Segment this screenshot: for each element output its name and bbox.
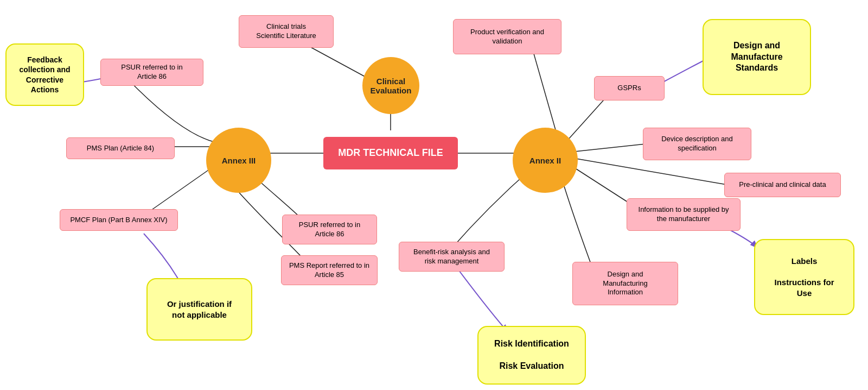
- labels-box: Labels Instructions for Use: [754, 239, 854, 315]
- annex3-label: Annex III: [222, 156, 256, 165]
- svg-line-3: [304, 43, 369, 79]
- pms-report-box: PMS Report referred to in Article 85: [281, 255, 378, 285]
- mdr-technical-file: MDR TECHNICAL FILE: [323, 137, 458, 169]
- device-desc-label: Device description and specification: [661, 135, 733, 153]
- pms-plan-box: PMS Plan (Article 84): [66, 137, 175, 159]
- gsprs-label: GSPRs: [617, 84, 641, 93]
- risk-id-label: Risk Identification Risk Evaluation: [494, 338, 569, 372]
- mdr-title-label: MDR TECHNICAL FILE: [338, 147, 443, 159]
- product-verif-box: Product verification and validation: [453, 19, 561, 54]
- psur-annex3-box: PSUR referred to in Article 86: [282, 215, 377, 244]
- design-mfg-info-box: Design and Manufacturing Information: [572, 262, 678, 305]
- design-manufacture-std-box: Design and Manufacture Standards: [703, 19, 811, 95]
- device-desc-box: Device description and specification: [643, 128, 751, 160]
- psur-annex3-label: PSUR referred to in Article 86: [299, 221, 360, 239]
- preclinical-label: Pre-clinical and clinical data: [739, 180, 826, 190]
- svg-line-9: [570, 158, 727, 185]
- gsprs-box: GSPRs: [594, 76, 665, 100]
- or-justification-label: Or justification if not applicable: [167, 299, 232, 320]
- risk-id-box: Risk Identification Risk Evaluation: [477, 326, 586, 385]
- info-manufacturer-box: Information to be supplied by the manufa…: [627, 198, 741, 231]
- annex-3-circle: Annex III: [206, 128, 271, 193]
- svg-line-6: [532, 46, 559, 141]
- clinical-eval-label: Clinical Evaluation: [362, 77, 419, 95]
- benefit-risk-box: Benefit-risk analysis and risk managemen…: [399, 242, 505, 272]
- info-manufacturer-label: Information to be supplied by the manufa…: [639, 205, 729, 224]
- preclinical-box: Pre-clinical and clinical data: [724, 173, 841, 197]
- clinical-evaluation-circle: Clinical Evaluation: [362, 57, 419, 114]
- design-manufacture-std-label: Design and Manufacture Standards: [731, 40, 782, 74]
- psur-top-left-label: PSUR referred to in Article 86: [121, 63, 182, 81]
- pmcf-plan-label: PMCF Plan (Part B Annex XIV): [70, 216, 167, 225]
- benefit-risk-label: Benefit-risk analysis and risk managemen…: [413, 248, 490, 266]
- psur-top-left-box: PSUR referred to in Article 86: [100, 59, 203, 86]
- annex-2-circle: Annex II: [513, 128, 578, 193]
- feedback-label: Feedback collection and Corrective Actio…: [13, 55, 76, 95]
- pms-plan-label: PMS Plan (Article 84): [87, 144, 154, 153]
- svg-line-8: [570, 144, 646, 152]
- clinical-trials-label: Clinical trials Scientific Literature: [256, 22, 316, 41]
- feedback-box: Feedback collection and Corrective Actio…: [5, 43, 84, 106]
- or-justification-box: Or justification if not applicable: [146, 278, 252, 341]
- design-mfg-info-label: Design and Manufacturing Information: [603, 270, 647, 298]
- pmcf-plan-box: PMCF Plan (Part B Annex XIV): [60, 209, 178, 231]
- product-verif-label: Product verification and validation: [470, 28, 544, 46]
- pms-report-label: PMS Report referred to in Article 85: [289, 261, 369, 280]
- clinical-trials-box: Clinical trials Scientific Literature: [239, 15, 334, 48]
- labels-label: Labels Instructions for Use: [774, 256, 834, 298]
- annex2-label: Annex II: [529, 156, 561, 165]
